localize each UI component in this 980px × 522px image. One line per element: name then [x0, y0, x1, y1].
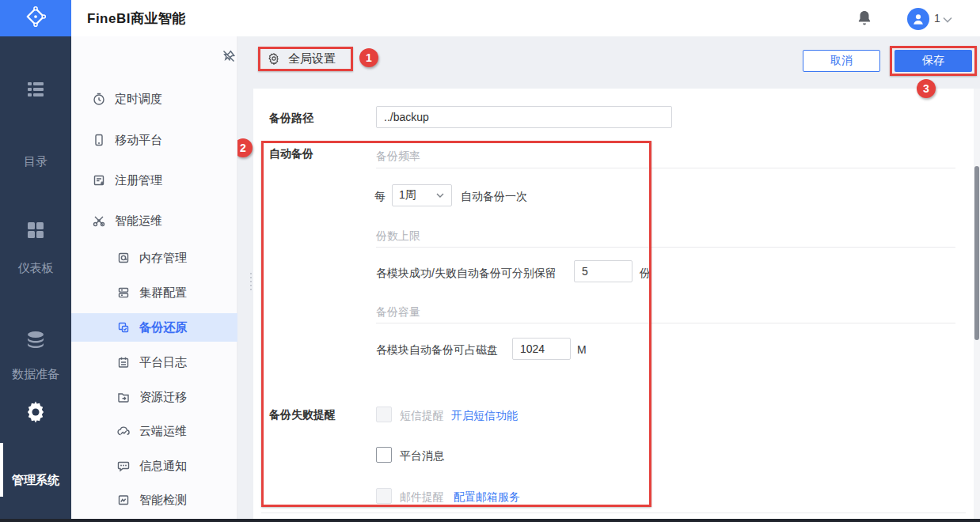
cloud-ops-icon — [116, 424, 131, 438]
capacity-unit: M — [577, 343, 587, 356]
active-indicator — [0, 443, 3, 497]
unpin-icon[interactable] — [220, 47, 237, 65]
menu-item-backup-restore[interactable]: 备份还原 — [71, 313, 237, 342]
chat-bubble-icon — [116, 459, 131, 473]
annotation-badge-3: 3 — [917, 79, 936, 98]
every-prefix-text: 每 — [374, 190, 386, 204]
menu-item-label: 信息通知 — [139, 459, 187, 474]
sidebar-item-data-preparation[interactable] — [0, 329, 71, 354]
top-bar: FineBI商业智能 1 — [0, 0, 980, 36]
divider — [376, 247, 955, 248]
sidebar-item-directory[interactable] — [0, 78, 71, 104]
backup-path-input[interactable] — [376, 106, 672, 128]
global-settings-label: 全局设置 — [288, 51, 336, 66]
sms-alert-label: 短信提醒 — [400, 409, 444, 423]
menu-item-label: 智能检测 — [139, 493, 187, 508]
notification-bell-icon[interactable] — [855, 9, 874, 28]
auto-backup-label: 自动备份 — [269, 147, 313, 161]
menu-item-label: 云端运维 — [139, 424, 187, 439]
sidebar-item-dashboard[interactable] — [0, 219, 71, 244]
menu-item-cloud-ops[interactable]: 云端运维 — [71, 417, 237, 445]
email-alert-checkbox — [376, 488, 392, 504]
calendar-log-icon — [116, 355, 131, 369]
user-avatar[interactable] — [907, 8, 929, 30]
cluster-servers-icon — [116, 286, 131, 300]
cancel-button[interactable]: 取消 — [803, 50, 880, 72]
backup-frequency-label: 备份频率 — [376, 149, 420, 164]
sidebar-label-management-system[interactable]: 管理系统 — [0, 473, 71, 488]
save-button[interactable]: 保存 — [895, 50, 972, 72]
backup-restore-icon — [116, 320, 131, 335]
app-title: FineBI商业智能 — [87, 0, 186, 36]
email-alert-label: 邮件提醒 — [400, 490, 444, 505]
menu-item-scheduled-tasks[interactable]: 定时调度 — [71, 85, 237, 113]
scrollbar-thumb[interactable] — [974, 166, 979, 340]
menu-item-label: 平台日志 — [139, 355, 187, 370]
memory-icon — [116, 251, 131, 265]
menu-item-label: 智能运维 — [115, 214, 162, 229]
gear-outline-icon — [268, 52, 280, 65]
count-limit-label: 份数上限 — [376, 229, 420, 244]
folder-migrate-icon — [116, 390, 131, 404]
menu-item-message-notification[interactable]: 信息通知 — [71, 452, 237, 480]
sidebar-label-directory[interactable]: 目录 — [0, 154, 71, 169]
gear-icon — [0, 399, 71, 428]
sms-alert-checkbox — [376, 407, 392, 422]
settings-panel — [253, 89, 974, 520]
count-limit-input[interactable] — [574, 260, 632, 282]
secondary-sidebar: 定时调度 移动平台 注册管理 — [71, 36, 237, 522]
finebi-logo-icon — [25, 6, 47, 31]
chevron-down-icon — [435, 189, 445, 202]
sidebar-label-dashboard[interactable]: 仪表板 — [0, 261, 71, 276]
menu-item-intelligent-detection[interactable]: 智能检测 — [71, 486, 237, 514]
every-suffix-text: 自动备份一次 — [461, 190, 527, 204]
divider — [376, 168, 955, 168]
enable-sms-link[interactable]: 开启短信功能 — [451, 409, 518, 423]
chevron-down-icon[interactable] — [941, 13, 955, 23]
menu-item-label: 资源迁移 — [139, 390, 187, 405]
menu-item-label: 内存管理 — [139, 251, 187, 266]
directory-list-icon — [0, 78, 71, 104]
dashboard-grid-icon — [0, 219, 71, 244]
divider — [376, 323, 955, 323]
menu-item-label: 注册管理 — [115, 173, 162, 188]
frequency-select-value: 1周 — [399, 188, 435, 202]
mobile-device-icon — [92, 133, 106, 147]
annotation-badge-1: 1 — [359, 48, 378, 67]
database-icon — [0, 329, 71, 354]
count-limit-unit: 份 — [640, 267, 651, 281]
menu-item-resource-migration[interactable]: 资源迁移 — [71, 383, 237, 411]
backup-fail-alert-label: 备份失败提醒 — [269, 408, 336, 422]
intelligent-ops-icon — [92, 214, 106, 228]
menu-item-label: 备份还原 — [139, 320, 187, 335]
window-bottom-edge — [0, 519, 980, 522]
register-document-icon — [92, 173, 106, 187]
count-limit-text: 各模块成功/失败自动备份可分别保留 — [376, 267, 556, 281]
menu-item-cluster-config[interactable]: 集群配置 — [71, 278, 237, 307]
capacity-input[interactable] — [512, 338, 571, 360]
capacity-text: 各模块自动备份可占磁盘 — [376, 343, 498, 357]
menu-item-label: 集群配置 — [139, 286, 187, 301]
user-count: 1 — [934, 0, 940, 36]
menu-item-platform-log[interactable]: 平台日志 — [71, 348, 237, 376]
backup-path-label: 备份路径 — [269, 112, 313, 126]
menu-item-registration[interactable]: 注册管理 — [71, 166, 237, 195]
primary-sidebar: 目录 仪表板 数据准备 — [0, 36, 71, 522]
backup-capacity-label: 备份容量 — [376, 305, 420, 320]
sidebar-label-data-preparation[interactable]: 数据准备 — [0, 367, 71, 382]
finebi-logo[interactable] — [0, 0, 71, 36]
menu-item-label: 定时调度 — [115, 92, 162, 107]
divider — [261, 513, 966, 513]
global-settings-tab[interactable]: 全局设置 — [260, 50, 344, 67]
platform-message-label: 平台消息 — [400, 449, 444, 463]
clock-schedule-icon — [92, 92, 106, 106]
sidebar-item-management-system[interactable] — [0, 399, 71, 428]
menu-item-memory-management[interactable]: 内存管理 — [71, 244, 237, 272]
menu-item-mobile-platform[interactable]: 移动平台 — [71, 126, 237, 154]
menu-item-label: 移动平台 — [115, 133, 162, 148]
frequency-select[interactable]: 1周 — [392, 184, 452, 206]
menu-item-intelligent-ops[interactable]: 智能运维 — [71, 206, 237, 235]
platform-message-checkbox[interactable] — [376, 447, 392, 463]
configure-email-link[interactable]: 配置邮箱服务 — [454, 490, 520, 505]
detect-chart-icon — [116, 493, 131, 507]
